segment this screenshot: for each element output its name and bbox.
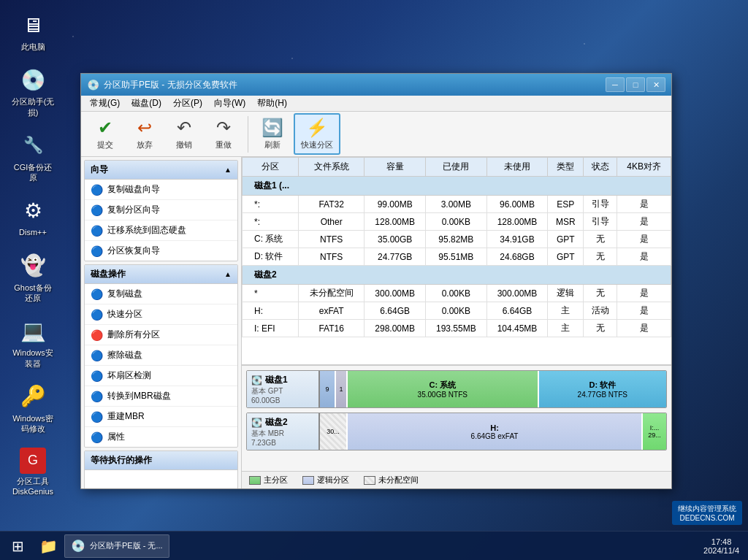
copy-partition-icon: 🔵 (91, 204, 103, 216)
rebuild-mbr-label: 重建MBR (107, 410, 145, 423)
disk1-msr-segment[interactable]: 1 (336, 371, 348, 407)
disk2-unalloc-segment[interactable]: 30... (320, 413, 348, 450)
properties-icon: 🔵 (91, 431, 103, 443)
menu-help[interactable]: 帮助(H) (251, 96, 293, 111)
quick-partition2-label: 快速分区 (107, 308, 142, 321)
taskbar-app-button[interactable]: 💿 分区助手PE版 - 无... (64, 534, 169, 558)
disk2-name-text: 磁盘2 (265, 416, 288, 429)
desktop-icon-ghost-backup[interactable]: 👻 Ghost备份还原 (7, 248, 58, 307)
legend-unalloc-label: 未分配空间 (378, 475, 419, 486)
desktop-icon-partition-assistant[interactable]: 💿 分区助手(无损) (7, 62, 58, 120)
copy-partition-label: 复制分区向导 (107, 204, 160, 216)
disk2-i-segment[interactable]: I:... 29... (643, 413, 666, 450)
d1r3-status: 无 (584, 231, 617, 248)
desktop-icon-cgi-backup[interactable]: 🔧 CGI备份还原 (7, 128, 58, 186)
sidebar-item-to-mbr[interactable]: 🔵 转换到MBR磁盘 (85, 386, 237, 407)
table-row[interactable]: D: 软件 NTFS 24.77GB 95.51MB 24.68GB GPT 无… (243, 248, 671, 266)
d1r3-free: 34.91GB (486, 231, 548, 248)
cgi-backup-icon: 🔧 (18, 131, 47, 160)
desktop-icon-my-computer[interactable]: 🖥 此电脑 (7, 7, 58, 55)
desktop-icon-windows-password[interactable]: 🔑 Windows密码修改 (7, 379, 58, 437)
sidebar-item-delete-all[interactable]: 🔴 删除所有分区 (85, 325, 237, 345)
badblock-icon: 🔵 (91, 370, 103, 382)
dism-icon: ⚙ (18, 196, 47, 225)
sidebar-item-quick-partition2[interactable]: 🔵 快速分区 (85, 304, 237, 325)
ghost-backup-icon: 👻 (18, 251, 47, 280)
partition-assistant-label: 分区助手(无损) (10, 96, 56, 118)
d1r3-type: GPT (548, 231, 584, 248)
sidebar-item-wipe-disk[interactable]: 🔵 擦除磁盘 (85, 345, 237, 366)
close-button[interactable]: ✕ (646, 77, 665, 92)
refresh-button[interactable]: 🔄 刷新 (254, 114, 291, 154)
app-title: 分区助手PE版 - 无损分区免费软件 (104, 79, 606, 91)
disk2-h-segment[interactable]: H: 6.64GB exFAT (348, 413, 643, 450)
to-mbr-label: 转换到MBR磁盘 (107, 390, 171, 402)
table-row[interactable]: * 未分配空间 300.00MB 0.00KB 300.00MB 逻辑 无 是 (243, 285, 671, 302)
d1r2-align4k: 是 (617, 213, 671, 231)
undo-button[interactable]: ↶ 撤销 (166, 114, 202, 154)
disk2-i-label: I:... (650, 424, 660, 431)
table-row[interactable]: H: exFAT 6.64GB 0.00KB 6.64GB 主 活动 是 (243, 302, 671, 320)
partition-table: 分区 文件系统 容量 已使用 未使用 类型 状态 4KB对齐 (242, 157, 671, 337)
table-row[interactable]: I: EFI FAT16 298.00MB 193.55MB 104.45MB … (243, 320, 671, 337)
table-row[interactable]: *: FAT32 99.00MB 3.00MB 96.00MB ESP 引导 是 (243, 196, 671, 213)
sidebar-item-copy-partition[interactable]: 🔵 复制分区向导 (85, 200, 237, 220)
d1r1-used: 3.00MB (425, 196, 486, 213)
wizard-section: 向导 ▲ 🔵 复制磁盘向导 🔵 复制分区向导 🔵 迁移系统到固态硬盘 (84, 160, 238, 261)
desktop-icon-diskgenius[interactable]: G 分区工具DiskGenius (7, 445, 58, 500)
minimize-button[interactable]: ─ (606, 77, 625, 92)
sidebar-item-partition-recovery[interactable]: 🔵 分区恢复向导 (85, 241, 237, 261)
d2r1-used: 0.00KB (425, 285, 486, 302)
sidebar-item-copy-disk[interactable]: 🔵 复制磁盘向导 (85, 180, 237, 200)
my-computer-icon: 🖥 (18, 10, 47, 39)
taskbar-explorer-button[interactable]: 📁 (35, 534, 61, 558)
sidebar-item-migrate-os[interactable]: 🔵 迁移系统到固态硬盘 (85, 220, 237, 241)
disk1-c-segment[interactable]: C: 系统 35.00GB NTFS (348, 371, 539, 407)
start-button[interactable]: ⊞ (3, 534, 32, 558)
desktop-icon-windows-installer[interactable]: 💻 Windows安装器 (7, 313, 58, 372)
disk1-esp-segment[interactable]: 9 (320, 371, 336, 407)
wizard-section-header[interactable]: 向导 ▲ (85, 161, 237, 180)
disk1-d-segment[interactable]: D: 软件 24.77GB NTFS (539, 371, 666, 407)
d1r1-type: ESP (548, 196, 584, 213)
copy-disk-label: 复制磁盘向导 (107, 183, 160, 196)
disk1-c-name: C: 系统 (429, 380, 456, 391)
menu-disk[interactable]: 磁盘(D) (126, 96, 167, 111)
redo-button[interactable]: ↷ 重做 (205, 114, 242, 154)
disk1-c-size: 35.00GB NTFS (418, 391, 468, 399)
col-align4k: 4KB对齐 (617, 158, 671, 177)
copy-disk2-label: 复制磁盘 (107, 288, 142, 300)
windows-password-icon: 🔑 (18, 382, 47, 411)
disk1-d-name: D: 软件 (589, 380, 616, 391)
d2r2-free: 6.64GB (486, 302, 548, 320)
sidebar-item-properties[interactable]: 🔵 属性 (85, 427, 237, 447)
d1r4-fs: NTFS (299, 248, 365, 266)
legend-logical: 逻辑分区 (302, 475, 349, 486)
maximize-button[interactable]: □ (626, 77, 645, 92)
menu-partition[interactable]: 分区(P) (167, 96, 208, 111)
taskbar-clock: 17:48 (703, 537, 739, 546)
sidebar-item-copy-disk2[interactable]: 🔵 复制磁盘 (85, 284, 237, 304)
disk-ops-header[interactable]: 磁盘操作 ▲ (85, 265, 237, 284)
disk1-size: 60.00GB (251, 396, 314, 404)
partition-assistant-icon: 💿 (18, 65, 47, 94)
toolbar-separator (248, 116, 248, 153)
disk1-icon: 💽 (251, 375, 262, 386)
windows-installer-icon: 💻 (18, 316, 47, 345)
menu-wizard[interactable]: 向导(W) (208, 96, 251, 111)
pending-title: 等待执行的操作 (91, 455, 152, 465)
d2r2-align4k: 是 (617, 302, 671, 320)
col-free: 未使用 (486, 158, 548, 177)
ghost-backup-label: Ghost备份还原 (10, 283, 56, 304)
table-row[interactable]: C: 系统 NTFS 35.00GB 95.82MB 34.91GB GPT 无… (243, 231, 671, 248)
sidebar-item-badblock[interactable]: 🔵 坏扇区检测 (85, 366, 237, 386)
menu-regular[interactable]: 常规(G) (84, 96, 126, 111)
quick-partition-button[interactable]: ⚡ 快速分区 (294, 113, 340, 155)
table-row[interactable]: *: Other 128.00MB 0.00KB 128.00MB MSR 引导… (243, 213, 671, 231)
submit-button[interactable]: ✔ 提交 (87, 114, 123, 154)
desktop-icon-dism[interactable]: ⚙ Dism++ (7, 193, 58, 240)
sidebar: 向导 ▲ 🔵 复制磁盘向导 🔵 复制分区向导 🔵 迁移系统到固态硬盘 (81, 157, 242, 488)
d2r3-fs: FAT16 (299, 320, 365, 337)
sidebar-item-rebuild-mbr[interactable]: 🔵 重建MBR (85, 407, 237, 427)
discard-button[interactable]: ↩ 放弃 (126, 114, 163, 154)
